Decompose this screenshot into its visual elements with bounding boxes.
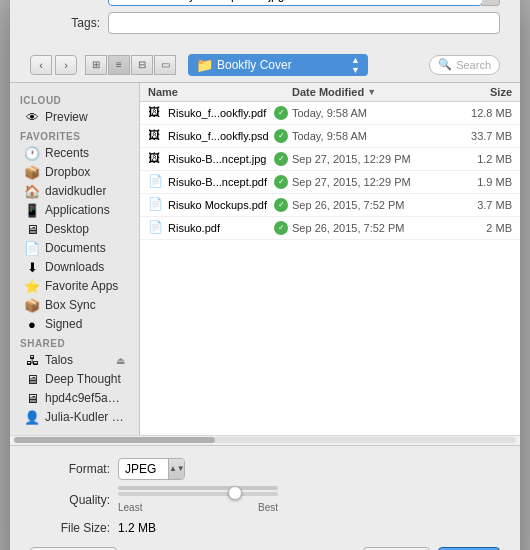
column-view-button[interactable]: ⊟ bbox=[131, 55, 153, 75]
table-row[interactable]: 🖼 Risuko-B...ncept.jpg ✓ Sep 27, 2015, 1… bbox=[140, 148, 520, 171]
location-label: Bookfly Cover bbox=[217, 58, 292, 72]
file-size: 12.8 MB bbox=[452, 107, 512, 119]
sidebar-item-label: Talos bbox=[45, 353, 73, 367]
table-row[interactable]: 🖼 Risuko_f...ookfly.pdf ✓ Today, 9:58 AM… bbox=[140, 102, 520, 125]
save-button[interactable]: Save bbox=[438, 547, 500, 551]
table-row[interactable]: 🖼 Risuko_f...ookfly.psd ✓ Today, 9:58 AM… bbox=[140, 125, 520, 148]
file-type-icon: 📄 bbox=[148, 197, 164, 213]
format-dropdown-arrow[interactable]: ▲▼ bbox=[168, 459, 184, 479]
sidebar-item-signed[interactable]: ● Signed bbox=[14, 315, 135, 334]
sidebar-item-hpd[interactable]: 🖥 hpd4c9ef5a283e bbox=[14, 389, 135, 408]
quality-slider-track bbox=[118, 492, 278, 496]
quality-slider[interactable] bbox=[118, 486, 278, 490]
sidebar-item-label: Recents bbox=[45, 146, 89, 160]
list-view-button[interactable]: ≡ bbox=[108, 55, 130, 75]
documents-icon: 📄 bbox=[24, 241, 40, 256]
sidebar-section-favorites: Favorites bbox=[10, 127, 139, 144]
sidebar-item-favorite-apps[interactable]: ⭐ Favorite Apps bbox=[14, 277, 135, 296]
forward-button[interactable]: › bbox=[55, 55, 77, 75]
format-select[interactable]: JPEG ▲▼ bbox=[118, 458, 185, 480]
eject-icon[interactable]: ⏏ bbox=[116, 355, 125, 366]
file-date: Today, 9:58 AM bbox=[292, 130, 452, 142]
search-placeholder: Search bbox=[456, 59, 491, 71]
table-row[interactable]: 📄 Risuko.pdf ✓ Sep 26, 2015, 7:52 PM 2 M… bbox=[140, 217, 520, 240]
back-button[interactable]: ‹ bbox=[30, 55, 52, 75]
file-date: Today, 9:58 AM bbox=[292, 107, 452, 119]
tags-input[interactable] bbox=[108, 12, 500, 34]
table-row[interactable]: 📄 Risuko-B...ncept.pdf ✓ Sep 27, 2015, 1… bbox=[140, 171, 520, 194]
recents-icon: 🕐 bbox=[24, 146, 40, 161]
sidebar-item-label: Downloads bbox=[45, 260, 104, 274]
col-name-header: Name bbox=[148, 86, 292, 98]
scrollbar[interactable] bbox=[10, 435, 520, 445]
sidebar-item-deep-thought[interactable]: 🖥 Deep Thought bbox=[14, 370, 135, 389]
col-size-header: Size bbox=[452, 86, 512, 98]
box-icon: 📦 bbox=[24, 298, 40, 313]
file-list: Name Date Modified ▼ Size 🖼 Risuko_f...o… bbox=[140, 83, 520, 435]
location-selector[interactable]: 📁 Bookfly Cover ▲ ▼ bbox=[188, 54, 368, 76]
downloads-icon: ⬇ bbox=[24, 260, 40, 275]
file-name: Risuko.pdf bbox=[168, 222, 274, 234]
sidebar-item-box-sync[interactable]: 📦 Box Sync bbox=[14, 296, 135, 315]
save-as-row: Save As: ▼ bbox=[30, 0, 500, 6]
sync-badge: ✓ bbox=[274, 221, 288, 235]
file-name: Risuko_f...ookfly.pdf bbox=[168, 107, 274, 119]
server-icon: 🖧 bbox=[24, 353, 40, 368]
sidebar-item-label: Applications bbox=[45, 203, 110, 217]
quality-max-label: Best bbox=[258, 502, 278, 513]
star-icon: ⭐ bbox=[24, 279, 40, 294]
table-row[interactable]: 📄 Risuko Mockups.pdf ✓ Sep 26, 2015, 7:5… bbox=[140, 194, 520, 217]
sync-badge: ✓ bbox=[274, 198, 288, 212]
sidebar-item-desktop[interactable]: 🖥 Desktop bbox=[14, 220, 135, 239]
sidebar-item-label: Documents bbox=[45, 241, 106, 255]
computer2-icon: 🖥 bbox=[24, 391, 40, 406]
cover-flow-button[interactable]: ▭ bbox=[154, 55, 176, 75]
scroll-thumb[interactable] bbox=[14, 437, 215, 443]
footer-buttons: New Folder Cancel Save bbox=[30, 547, 500, 551]
cancel-button[interactable]: Cancel bbox=[363, 547, 430, 551]
col-date-header: Date Modified ▼ bbox=[292, 86, 452, 98]
sidebar-item-downloads[interactable]: ⬇ Downloads bbox=[14, 258, 135, 277]
dropbox-icon: 📦 bbox=[24, 165, 40, 180]
file-name: Risuko-B...ncept.pdf bbox=[168, 176, 274, 188]
search-box[interactable]: 🔍 Search bbox=[429, 55, 500, 75]
sidebar-item-documents[interactable]: 📄 Documents bbox=[14, 239, 135, 258]
sidebar-item-label: Favorite Apps bbox=[45, 279, 118, 293]
sidebar-item-label: Signed bbox=[45, 317, 82, 331]
sidebar-item-preview[interactable]: 👁 Preview bbox=[14, 108, 135, 127]
save-as-input[interactable] bbox=[108, 0, 483, 6]
sidebar-item-julia[interactable]: 👤 Julia-Kudler (2) bbox=[14, 408, 135, 427]
sidebar-item-label: Deep Thought bbox=[45, 372, 121, 386]
signed-icon: ● bbox=[24, 317, 40, 332]
filesize-row: File Size: 1.2 MB bbox=[30, 521, 500, 535]
new-folder-button[interactable]: New Folder bbox=[30, 547, 117, 551]
sidebar-item-label: Desktop bbox=[45, 222, 89, 236]
save-as-dropdown-arrow[interactable]: ▼ bbox=[482, 0, 500, 6]
view-buttons: ⊞ ≡ ⊟ ▭ bbox=[85, 55, 176, 75]
preview-icon: 👁 bbox=[24, 110, 40, 125]
sidebar-item-talos[interactable]: 🖧 Talos ⏏ bbox=[14, 351, 135, 370]
scroll-track[interactable] bbox=[14, 437, 516, 443]
tags-label: Tags: bbox=[30, 16, 100, 30]
file-size: 3.7 MB bbox=[452, 199, 512, 211]
footer-right: Cancel Save bbox=[363, 547, 500, 551]
slider-labels: Least Best bbox=[118, 502, 278, 513]
file-name: Risuko-B...ncept.jpg bbox=[168, 153, 274, 165]
toolbar: ‹ › ⊞ ≡ ⊟ ▭ 📁 Bookfly Cover ▲ ▼ 🔍 Search bbox=[10, 48, 520, 83]
file-date: Sep 27, 2015, 12:29 PM bbox=[292, 153, 452, 165]
quality-row: Quality: Least Best bbox=[30, 488, 500, 513]
sidebar-item-home[interactable]: 🏠 davidkudler bbox=[14, 182, 135, 201]
file-size: 1.9 MB bbox=[452, 176, 512, 188]
sidebar-item-applications[interactable]: 📱 Applications bbox=[14, 201, 135, 220]
top-section: Save As: ▼ Tags: bbox=[10, 0, 520, 48]
main-content: iCloud 👁 Preview Favorites 🕐 Recents 📦 D… bbox=[10, 83, 520, 435]
file-list-header: Name Date Modified ▼ Size bbox=[140, 83, 520, 102]
tags-row: Tags: bbox=[30, 12, 500, 34]
file-size: 1.2 MB bbox=[452, 153, 512, 165]
icon-view-button[interactable]: ⊞ bbox=[85, 55, 107, 75]
sidebar-item-recents[interactable]: 🕐 Recents bbox=[14, 144, 135, 163]
location-arrows: ▲ ▼ bbox=[351, 55, 360, 75]
sidebar-item-dropbox[interactable]: 📦 Dropbox bbox=[14, 163, 135, 182]
quality-label: Quality: bbox=[30, 493, 110, 507]
filesize-value: 1.2 MB bbox=[118, 521, 156, 535]
